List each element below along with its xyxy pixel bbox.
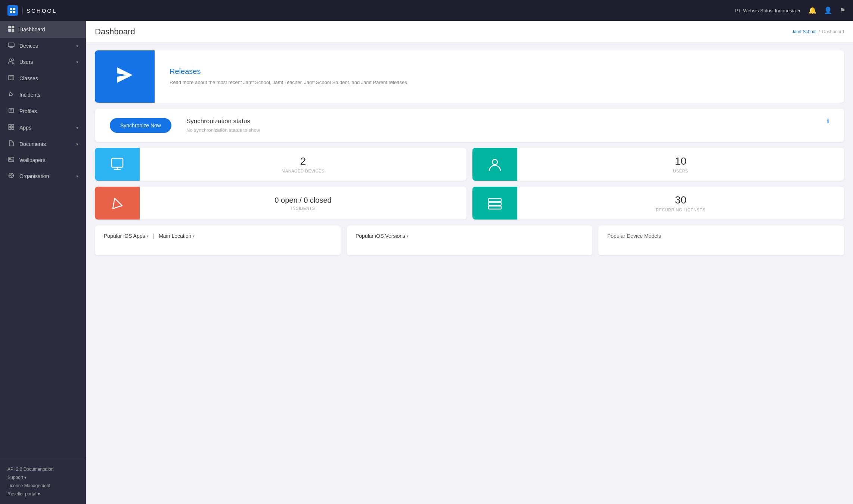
svg-rect-22 [9, 127, 11, 130]
breadcrumb: Jamf School / Dashboard [792, 29, 844, 34]
sidebar-item-documents[interactable]: Documents ▾ [0, 136, 86, 152]
stat-content-licenses: 30 RECURRING LICENSES [517, 187, 844, 220]
devices-icon [7, 43, 15, 49]
stat-label: USERS [673, 169, 688, 173]
dashboard-content: Releases Read more about the most recent… [86, 43, 853, 263]
svg-rect-32 [112, 158, 123, 167]
sidebar-item-label: Documents [19, 141, 46, 147]
svg-rect-5 [12, 26, 14, 28]
sidebar-item-organisation[interactable]: Organisation ▾ [0, 168, 86, 184]
stat-label: INCIDENTS [291, 206, 315, 211]
svg-rect-23 [12, 127, 14, 130]
info-icon[interactable]: ℹ [827, 118, 829, 125]
popular-ios-apps-dropdown[interactable]: Popular iOS Apps ▾ [104, 233, 149, 239]
releases-banner: Releases Read more about the most recent… [95, 50, 844, 103]
svg-rect-21 [12, 124, 14, 127]
svg-rect-8 [8, 43, 14, 47]
stat-number: 2 [300, 155, 306, 167]
svg-rect-37 [488, 202, 501, 205]
chevron-down-icon: ▾ [38, 491, 40, 497]
page-title: Dashboard [95, 27, 135, 37]
chevron-down-icon: ▾ [193, 234, 195, 238]
sidebar-item-label: Incidents [19, 92, 40, 98]
sidebar-item-label: Organisation [19, 173, 49, 179]
chevron-down-icon: ▾ [147, 234, 149, 238]
sidebar-item-classes[interactable]: Classes [0, 70, 86, 87]
breadcrumb-current: Dashboard [822, 29, 844, 34]
sidebar-item-users[interactable]: Users ▾ [0, 54, 86, 70]
incidents-stat-icon [95, 187, 140, 220]
stat-card-licenses: 30 RECURRING LICENSES [472, 187, 844, 220]
flag-icon[interactable]: ⚑ [840, 6, 846, 15]
chevron-icon: ▾ [76, 44, 78, 49]
sidebar-bottom: API 2.0 Documentation Support ▾ License … [0, 459, 86, 504]
sidebar-item-label: Profiles [19, 108, 37, 114]
svg-point-27 [10, 175, 12, 176]
sync-status-area: Synchronization status No synchronizatio… [186, 118, 829, 133]
api-docs-link[interactable]: API 2.0 Documentation [7, 465, 78, 473]
svg-rect-4 [8, 26, 11, 28]
sidebar-item-label: Classes [19, 75, 38, 81]
svg-point-11 [9, 59, 12, 62]
device-models-panel: Popular Device Models [598, 225, 844, 255]
stat-card-incidents: 0 open / 0 closed INCIDENTS [95, 187, 466, 220]
stat-card-users: 10 USERS [472, 148, 844, 181]
device-models-header: Popular Device Models [607, 233, 835, 239]
sidebar-item-dashboard[interactable]: Dashboard [0, 21, 86, 38]
organisation-icon [7, 172, 15, 180]
logo-text: SCHOOL [22, 7, 57, 14]
paper-plane-icon [115, 66, 134, 88]
sync-status-text: No synchronization status to show [186, 127, 260, 133]
dashboard-icon [7, 25, 15, 34]
main-location-dropdown[interactable]: Main Location ▾ [159, 233, 195, 239]
topnav-right: PT. Websis Solusi Indonesia ▾ 🔔 👤 ⚑ [735, 6, 846, 15]
reseller-link[interactable]: Reseller portal ▾ [7, 490, 78, 498]
support-link[interactable]: Support ▾ [7, 473, 78, 482]
sidebar: Dashboard Devices ▾ U [0, 21, 86, 504]
sidebar-item-label: Devices [19, 43, 38, 49]
sidebar-item-apps[interactable]: Apps ▾ [0, 119, 86, 136]
breadcrumb-separator: / [819, 29, 820, 34]
main-content: Dashboard Jamf School / Dashboard Re [86, 21, 853, 504]
users-icon [7, 58, 15, 66]
sidebar-item-incidents[interactable]: Incidents [0, 87, 86, 103]
ios-apps-header: Popular iOS Apps ▾ | Main Location ▾ [104, 233, 332, 239]
stat-label: MANAGED DEVICES [282, 169, 324, 173]
page-header: Dashboard Jamf School / Dashboard [86, 21, 853, 43]
profiles-icon [7, 108, 15, 115]
logo-area: SCHOOL [7, 5, 735, 16]
sync-card: Synchronize Now Synchronization status N… [95, 109, 844, 142]
ios-versions-panel: Popular iOS Versions ▾ [347, 225, 592, 255]
svg-rect-6 [8, 29, 11, 32]
sidebar-item-wallpapers[interactable]: Wallpapers [0, 152, 86, 168]
stat-number: 10 [675, 155, 686, 167]
sidebar-item-profiles[interactable]: Profiles [0, 103, 86, 119]
popular-device-models-title: Popular Device Models [607, 233, 661, 239]
breadcrumb-parent[interactable]: Jamf School [792, 29, 816, 34]
sidebar-item-label: Wallpapers [19, 157, 46, 163]
ios-versions-header: Popular iOS Versions ▾ [356, 233, 583, 239]
sidebar-item-label: Apps [19, 125, 31, 131]
banner-title: Releases [170, 67, 408, 76]
devices-stat-icon [95, 148, 140, 181]
documents-icon [7, 140, 15, 148]
users-stat-icon [472, 148, 517, 181]
synchronize-now-button[interactable]: Synchronize Now [110, 118, 171, 133]
sync-status-title: Synchronization status [186, 118, 250, 125]
stat-label: RECURRING LICENSES [656, 208, 705, 212]
svg-point-35 [492, 159, 497, 165]
chevron-icon: ▾ [76, 125, 78, 130]
svg-rect-0 [10, 8, 12, 10]
sidebar-item-label: Dashboard [19, 27, 45, 32]
svg-point-12 [12, 59, 14, 61]
incidents-icon [7, 91, 15, 99]
stat-number: 30 [675, 194, 686, 206]
sidebar-item-devices[interactable]: Devices ▾ [0, 38, 86, 54]
popular-ios-versions-dropdown[interactable]: Popular iOS Versions ▾ [356, 233, 409, 239]
license-link[interactable]: License Management [7, 482, 78, 490]
chevron-down-icon: ▾ [407, 234, 409, 238]
bell-icon[interactable]: 🔔 [808, 6, 816, 15]
bottom-panels-row: Popular iOS Apps ▾ | Main Location ▾ Pop [95, 225, 844, 255]
org-selector[interactable]: PT. Websis Solusi Indonesia ▾ [735, 8, 801, 13]
user-icon[interactable]: 👤 [824, 6, 832, 15]
